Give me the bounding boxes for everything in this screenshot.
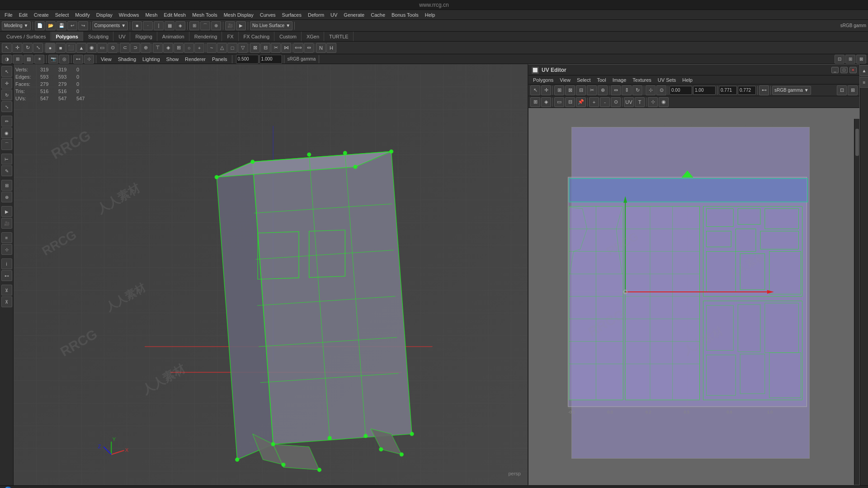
uv-menu-select[interactable]: Select [574,76,594,84]
append-polygon-btn[interactable]: + [194,43,204,53]
polygon-cone-btn[interactable]: ▲ [76,43,86,53]
uv-maximize-btn[interactable]: □ [840,67,848,73]
uv-texture-btn[interactable]: T [635,97,645,107]
view-lighting-btn[interactable]: ☀ [34,55,44,64]
render-btn[interactable]: ▶ [236,21,246,30]
polygon-torus-btn[interactable]: ◉ [87,43,97,53]
snap-grid-btn[interactable]: ⊞ [189,21,199,30]
layout-quad-btn[interactable]: ⊠ [856,55,866,64]
sidebar-extra-btn[interactable]: ⊻ [1,285,12,296]
view-isolate-btn[interactable]: ◎ [59,55,69,64]
snap-point-btn[interactable]: ⊕ [211,21,221,30]
menu-edit[interactable]: Edit [16,11,30,19]
tab-curves-surfaces[interactable]: Curves / Surfaces [2,32,51,41]
sidebar-history-btn[interactable]: ⊷ [1,270,12,281]
boolean-btn[interactable]: ⊕ [141,43,151,53]
uv-layout2-btn[interactable]: ⊞ [848,85,858,95]
uv-val2-input[interactable] [693,86,716,95]
tab-sculpting[interactable]: Sculpting [84,32,113,41]
camera-btn[interactable]: 🎥 [225,21,235,30]
view-menu[interactable]: View [98,56,114,63]
renderer-menu[interactable]: Renderer [182,56,208,63]
sidebar-extra2-btn[interactable]: ⊼ [1,296,12,307]
mode-dropdown[interactable]: Modeling ▼ [2,21,31,30]
shading-menu[interactable]: Shading [115,56,139,63]
smooth-btn[interactable]: ~ [207,43,217,53]
tab-turtle[interactable]: TURTLE [325,32,354,41]
sidebar-snap-btn[interactable]: ⊕ [1,192,12,202]
sidebar-move-btn[interactable]: ✛ [1,78,12,89]
polygon-cylinder-btn[interactable]: ⬛ [66,43,76,53]
view-textured-btn[interactable]: ▨ [24,55,33,64]
uv-checker-toggle-btn[interactable]: ⊹ [648,97,658,107]
uv-extra-btn[interactable]: ⊷ [759,85,769,95]
sidebar-grid-btn[interactable]: ⊞ [1,180,12,191]
new-scene-btn[interactable]: 📄 [35,21,45,30]
uv-seam-btn[interactable]: ⊟ [565,97,575,107]
uv-scrollbar[interactable] [854,119,859,485]
bevel-btn[interactable]: ◈ [163,43,173,53]
uv-val1-input[interactable] [670,86,692,95]
menu-mesh[interactable]: Mesh [142,11,160,19]
sidebar-camera-btn[interactable]: 🎥 [1,218,12,229]
tab-polygons[interactable]: Polygons [51,32,83,41]
sidebar-render-btn[interactable]: ▶ [1,206,12,217]
uv-menu-image[interactable]: Image [610,76,629,84]
right-panel-btn1[interactable]: ▲ [859,65,868,76]
triangulate-btn[interactable]: △ [217,43,227,53]
rotate-tool-btn[interactable]: ↻ [23,43,33,53]
uv-menu-view[interactable]: View [557,76,573,84]
select-vert-btn[interactable]: · [143,21,153,30]
menu-curves[interactable]: Curves [257,11,278,19]
uv-select-btn[interactable]: ↖ [530,85,540,95]
tab-uv[interactable]: UV [114,32,130,41]
menu-cache[interactable]: Cache [368,11,388,19]
harden-normals-btn[interactable]: H [326,43,336,53]
sidebar-paint-btn[interactable]: ✏ [1,116,12,127]
uv-distort-btn[interactable]: ◈ [541,97,551,107]
select-uv-btn[interactable]: ◈ [175,21,185,30]
uv-rotate-btn[interactable]: ↻ [632,85,642,95]
snap-curve-btn[interactable]: ⌒ [200,21,210,30]
uv-shell-btn[interactable]: ⊞ [554,85,564,95]
uv-minimize-btn[interactable]: _ [831,67,839,73]
right-panel-btn2[interactable]: ≡ [859,77,868,88]
tab-custom[interactable]: Custom [275,32,302,41]
undo-btn[interactable]: ↩ [67,21,77,30]
mirror-btn[interactable]: ⇔ [304,43,314,53]
move-tool-btn[interactable]: ✛ [12,43,22,53]
tab-rigging[interactable]: Rigging [131,32,157,41]
multi-cut-btn[interactable]: ✂ [271,43,281,53]
fill-hole-btn[interactable]: ○ [184,43,194,53]
uv-cut-btn[interactable]: ✂ [587,85,597,95]
uv-layout-btn[interactable]: ⊟ [576,85,586,95]
coord-y-input[interactable] [259,55,282,64]
menu-bonus-tools[interactable]: Bonus Tools [389,11,421,19]
polygon-disk-btn[interactable]: ⊙ [108,43,118,53]
lighting-menu[interactable]: Lighting [140,56,163,63]
uv-scroll-handle[interactable] [855,129,859,156]
uv-close-btn[interactable]: ✕ [849,67,857,73]
menu-generate[interactable]: Generate [341,11,367,19]
tab-xgen[interactable]: XGen [302,32,324,41]
uv-val3-input[interactable] [719,86,737,95]
layout-single-btn[interactable]: ⊡ [835,55,844,64]
quadrangulate-btn[interactable]: □ [227,43,237,53]
uv-sew-btn[interactable]: ⊕ [598,85,608,95]
menu-file[interactable]: File [2,11,15,19]
menu-modify[interactable]: Modify [72,11,92,19]
uv-flip-h-btn[interactable]: ⇔ [611,85,621,95]
extrude-btn[interactable]: ⊤ [153,43,163,53]
coord-x-input[interactable] [236,55,259,64]
uv-toggle-overlay-btn[interactable]: ◉ [659,97,669,107]
soften-normals-btn[interactable]: N [316,43,326,53]
live-surface-dropdown[interactable]: No Live Surface ▼ [250,21,292,30]
scale-tool-btn[interactable]: ⤡ [33,43,43,53]
select-tool-btn[interactable]: ↖ [2,43,12,53]
uv-menu-polygons[interactable]: Polygons [530,76,556,84]
uv-menu-uv-sets[interactable]: UV Sets [655,76,679,84]
menu-create[interactable]: Create [31,11,52,19]
offset-edge-loop-btn[interactable]: ⊟ [260,43,270,53]
tab-rendering[interactable]: Rendering [190,32,222,41]
view-camera-btn[interactable]: 📷 [48,55,58,64]
